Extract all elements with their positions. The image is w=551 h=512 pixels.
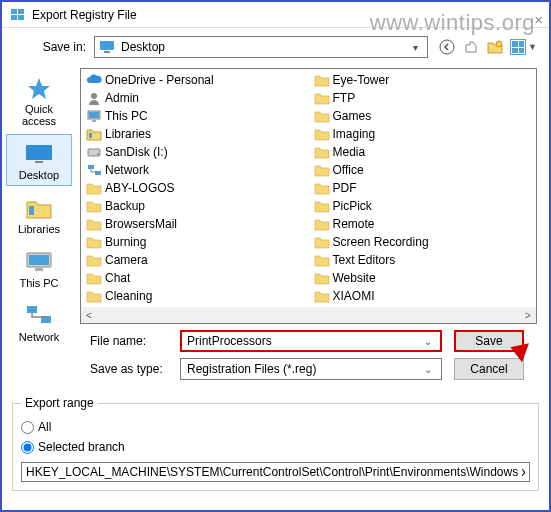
list-item-label: OneDrive - Personal [105,73,214,87]
folder-icon [313,126,331,142]
desktop-icon [99,40,115,54]
network-icon [23,303,55,329]
savetype-combo[interactable]: Registration Files (*.reg) ⌄ [180,358,442,380]
list-item[interactable]: Remote [313,215,533,233]
list-item-label: Media [333,145,366,159]
folder-icon [313,234,331,250]
radio-all-input[interactable] [21,421,34,434]
folder-icon [85,180,103,196]
scroll-left-button[interactable]: < [81,307,97,323]
folder-icon [313,108,331,124]
save-in-combo[interactable]: Desktop ▾ [94,36,428,58]
list-item[interactable]: Backup [85,197,305,215]
folder-icon [85,288,103,304]
radio-all[interactable]: All [21,418,530,436]
scroll-right-button[interactable]: > [520,307,536,323]
list-item-label: BrowsersMail [105,217,177,231]
list-item[interactable]: Text Editors [313,251,533,269]
svg-rect-2 [11,15,17,20]
radio-all-label: All [38,420,51,434]
watermark-text: www.wintips.org [370,10,535,36]
registry-path-input[interactable] [21,462,530,482]
list-item-label: PDF [333,181,357,195]
list-item-label: Text Editors [333,253,396,267]
place-this-pc[interactable]: This PC [6,242,72,294]
place-libraries[interactable]: Libraries [6,188,72,240]
list-item[interactable]: PDF [313,179,533,197]
place-desktop[interactable]: Desktop [6,134,72,186]
place-network[interactable]: Network [6,296,72,348]
savetype-value: Registration Files (*.reg) [187,362,421,376]
export-range-group: Export range All Selected branch [12,396,539,491]
svg-rect-23 [88,165,94,169]
savetype-label: Save as type: [90,362,180,376]
svg-rect-3 [18,15,24,20]
chevron-down-icon: ▾ [407,42,423,53]
new-folder-button[interactable] [486,38,504,56]
svg-point-7 [496,41,502,47]
list-item[interactable]: Imaging [313,125,533,143]
list-item[interactable]: Eye-Tower [313,71,533,89]
list-item[interactable]: Burning [85,233,305,251]
file-list[interactable]: OneDrive - PersonalAdminThis PCLibraries… [80,68,537,324]
list-item[interactable]: Diagnostics [85,323,305,324]
list-item-label: ABY-LOGOS [105,181,175,195]
list-item[interactable]: OneDrive - Personal [85,71,305,89]
save-button[interactable]: Save [454,330,524,352]
up-button[interactable] [462,38,480,56]
svg-rect-4 [100,41,114,50]
list-item[interactable]: ABY-LOGOS [85,179,305,197]
place-label: Network [19,331,59,343]
list-item[interactable]: Camera [85,251,305,269]
list-item[interactable]: Games [313,107,533,125]
places-bar: Quick access Desktop Libraries This PC N… [2,64,76,324]
folder-icon [313,252,331,268]
list-item[interactable]: Screen Recording [313,233,533,251]
list-item[interactable]: BrowsersMail [85,215,305,233]
list-item-label: Admin [105,91,139,105]
folder-icon [85,234,103,250]
list-item[interactable]: Admin [85,89,305,107]
list-item[interactable]: PicPick [313,197,533,215]
list-item[interactable]: Media [313,143,533,161]
cancel-button[interactable]: Cancel [454,358,524,380]
chevron-down-icon: ⌄ [421,364,435,375]
list-item[interactable]: Network [85,161,305,179]
list-item-label: Backup [105,199,145,213]
folder-icon [85,252,103,268]
list-item[interactable]: XIAOMI [313,287,533,305]
svg-rect-1 [18,9,24,14]
back-button[interactable] [438,38,456,56]
list-item[interactable]: This PC [85,107,305,125]
horizontal-scrollbar[interactable]: < > [81,307,536,323]
folder-icon [313,180,331,196]
save-in-value: Desktop [121,40,407,54]
list-item[interactable]: FTP [313,89,533,107]
place-quick-access[interactable]: Quick access [6,68,72,132]
svg-point-22 [97,153,99,155]
svg-rect-13 [35,268,43,271]
list-item[interactable]: Chat [85,269,305,287]
view-menu-button[interactable]: ▼ [510,39,537,55]
list-item[interactable]: Libraries [85,125,305,143]
list-item[interactable]: Website [313,269,533,287]
list-item[interactable]: Cleaning [85,287,305,305]
list-item-label: Screen Recording [333,235,429,249]
list-item[interactable]: Office [313,161,533,179]
place-label: Desktop [19,169,59,181]
radio-selected-branch[interactable]: Selected branch [21,438,530,456]
filename-label: File name: [90,334,180,348]
list-item[interactable]: Presentations [313,323,533,324]
list-item[interactable]: SanDisk (I:) [85,143,305,161]
place-label: Quick access [7,103,71,127]
pc-icon [85,108,103,124]
body-area: Quick access Desktop Libraries This PC N… [2,64,549,324]
svg-rect-12 [29,255,49,265]
folder-icon [85,198,103,214]
filename-combo[interactable]: PrintProcessors ⌄ [180,330,442,352]
svg-rect-8 [26,145,52,160]
radio-selected-input[interactable] [21,441,34,454]
filename-value: PrintProcessors [187,334,421,348]
list-item-label: Cleaning [105,289,152,303]
svg-rect-20 [89,133,92,138]
